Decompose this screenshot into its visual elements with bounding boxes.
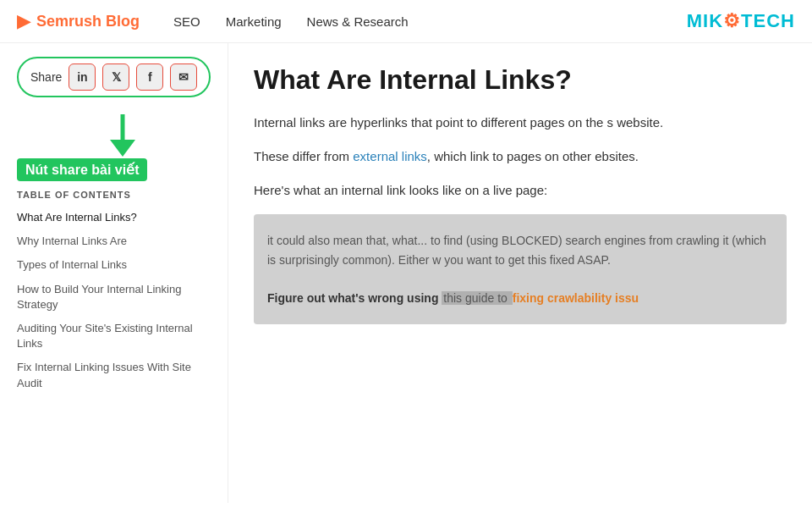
toc-item-build-strategy[interactable]: How to Build Your Internal Linking Strat… — [17, 282, 211, 312]
gray-box-text-2: Figure out what's wrong using this guide… — [267, 289, 773, 307]
facebook-share-button[interactable]: f — [136, 64, 163, 91]
article-para-1: Internal links are hyperlinks that point… — [254, 113, 787, 133]
logo-area: ▶ Semrush Blog — [17, 10, 140, 32]
down-arrow-icon — [110, 114, 135, 157]
twitter-share-button[interactable]: 𝕏 — [102, 64, 129, 91]
gray-box-preview: it could also mean that, what... to find… — [254, 214, 787, 324]
svg-marker-1 — [110, 140, 135, 157]
gray-box-bold: Figure out what's wrong using — [267, 291, 438, 305]
share-label: Share — [30, 70, 62, 84]
toc-item-auditing[interactable]: Auditing Your Site's Existing Internal L… — [17, 321, 211, 351]
annotation-area: Nút share bài viết — [17, 114, 211, 181]
table-of-contents: TABLE OF CONTENTS What Are Internal Link… — [17, 190, 211, 391]
article-content: What Are Internal Links? Internal links … — [228, 43, 812, 503]
article-para-3: Here's what an internal link looks like … — [254, 180, 787, 201]
article-title: What Are Internal Links? — [254, 64, 787, 96]
nav-marketing[interactable]: Marketing — [226, 14, 282, 29]
external-links-link[interactable]: external links — [353, 149, 427, 163]
header: ▶ Semrush Blog SEO Marketing News & Rese… — [0, 0, 812, 43]
linkedin-share-button[interactable]: in — [69, 64, 96, 91]
main-nav: SEO Marketing News & Research — [173, 14, 687, 29]
toc-item-types[interactable]: Types of Internal Links — [17, 257, 211, 273]
gear-icon: ⚙ — [723, 10, 741, 32]
semrush-logo-icon: ▶ — [17, 10, 31, 32]
email-share-button[interactable]: ✉ — [170, 64, 197, 91]
share-bar: Share in 𝕏 f ✉ — [17, 57, 211, 97]
toc-item-why-internal[interactable]: Why Internal Links Are — [17, 234, 211, 249]
gray-box-highlighted: this guide to — [442, 291, 512, 305]
miko-tech-brand: MIK⚙TECH — [687, 10, 795, 32]
article-para-2: These differ from external links, which … — [254, 146, 787, 167]
nav-seo[interactable]: SEO — [173, 14, 200, 29]
gray-box-text-1: it could also mean that, what... to find… — [267, 231, 773, 269]
toc-item-internal-links[interactable]: What Are Internal Links? — [17, 210, 211, 225]
nav-news-research[interactable]: News & Research — [307, 14, 409, 29]
sidebar: Share in 𝕏 f ✉ Nút share bài viết TABLE … — [0, 43, 228, 503]
arrow-down — [17, 114, 211, 157]
toc-title: TABLE OF CONTENTS — [17, 190, 211, 200]
crawlability-link[interactable]: fixing crawlability issu — [513, 291, 639, 305]
toc-item-fix-issues[interactable]: Fix Internal Linking Issues With Site Au… — [17, 360, 211, 390]
logo-text: Semrush Blog — [36, 13, 140, 30]
annotation-label: Nút share bài viết — [17, 158, 147, 181]
main-container: Share in 𝕏 f ✉ Nút share bài viết TABLE … — [0, 43, 812, 503]
